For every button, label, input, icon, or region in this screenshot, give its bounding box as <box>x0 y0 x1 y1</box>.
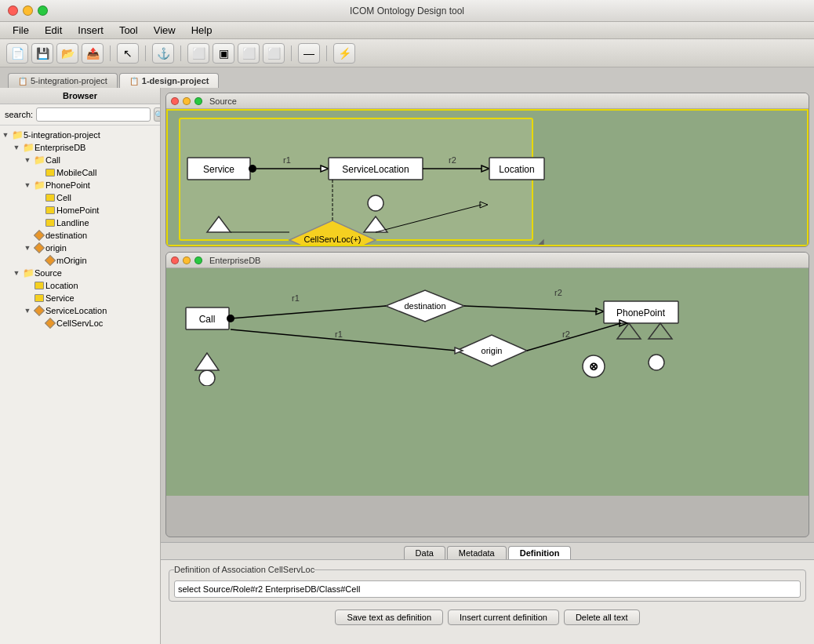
tree-label-integration: 5-integration-project <box>24 130 100 140</box>
tab-data[interactable]: Data <box>404 546 445 559</box>
svg-line-39 <box>231 329 456 351</box>
tree-label-homepoint: HomePoint <box>56 206 99 215</box>
tree-item-origin[interactable]: ▼ origin <box>0 242 160 254</box>
enterprise-max[interactable] <box>194 257 202 264</box>
tree-item-phonepoint[interactable]: ▼ 📁 PhonePoint <box>0 179 160 191</box>
menu-view[interactable]: View <box>147 23 182 38</box>
tree-item-landline[interactable]: Landline <box>0 216 160 229</box>
close-button[interactable] <box>8 5 18 16</box>
export-button[interactable]: 📤 <box>82 43 104 64</box>
toggle-servicelocation[interactable]: ▼ <box>22 307 33 315</box>
search-input[interactable] <box>36 107 151 122</box>
bottom-content: Definition of Association CellServLoc Sa… <box>161 560 814 644</box>
tree-item-morigin[interactable]: mOrigin <box>0 254 160 267</box>
enterprise-title: EnterpriseDB <box>209 256 260 265</box>
menu-edit[interactable]: Edit <box>38 23 68 38</box>
separator-3 <box>180 45 181 61</box>
lightning-tool[interactable]: ⚡ <box>333 43 355 64</box>
rect-tool-2[interactable]: ▣ <box>213 43 234 64</box>
rect-tool-3[interactable]: ⬜ <box>238 43 260 64</box>
save-definition-button[interactable]: Save text as definition <box>335 609 443 625</box>
source-title: Source <box>209 96 237 106</box>
enterprise-svg: Call destination r1 r2 <box>166 268 809 386</box>
tab-integration[interactable]: 📋 5-integration-project <box>8 73 118 88</box>
tree-label-landline: Landline <box>56 218 89 227</box>
tree-item-mobilecall[interactable]: MobileCall <box>0 166 160 179</box>
maximize-button[interactable] <box>38 5 48 16</box>
tab-metadata[interactable]: Metadata <box>447 546 507 559</box>
insert-definition-button[interactable]: Insert current definition <box>448 609 559 625</box>
separator-5 <box>326 45 327 61</box>
tree-item-destination[interactable]: destination <box>0 229 160 242</box>
tree-item-service[interactable]: Service <box>0 292 160 304</box>
svg-text:Call: Call <box>199 314 216 325</box>
tab-integration-label: 5-integration-project <box>31 76 107 86</box>
enterprise-close[interactable] <box>171 257 179 264</box>
source-close[interactable] <box>171 97 179 105</box>
tree-label-cell: Cell <box>56 193 71 202</box>
enterprise-canvas[interactable]: Call destination r1 r2 <box>166 268 809 496</box>
svg-line-32 <box>464 306 598 311</box>
svg-text:r2: r2 <box>449 155 456 165</box>
icon-cell <box>44 192 56 203</box>
svg-marker-58 <box>195 353 219 370</box>
tree-item-integration[interactable]: ▼ 📁 5-integration-project <box>0 129 160 141</box>
tab-design[interactable]: 📋 1-design-project <box>119 73 220 88</box>
toggle-source[interactable]: ▼ <box>11 269 22 277</box>
tab-definition[interactable]: Definition <box>508 546 572 559</box>
tree-item-enterprisedb[interactable]: ▼ 📁 EnterpriseDB <box>0 141 160 154</box>
menu-file[interactable]: File <box>6 23 35 38</box>
open-button[interactable]: 📂 <box>56 43 78 64</box>
folder-icon-phonepoint: 📁 <box>33 180 45 191</box>
minimize-button[interactable] <box>23 5 33 16</box>
menu-help[interactable]: Help <box>185 23 219 38</box>
icon-service <box>33 293 45 304</box>
tab-icon-2: 📋 <box>129 77 139 86</box>
definition-input[interactable] <box>174 580 801 598</box>
tree-item-homepoint[interactable]: HomePoint <box>0 204 160 216</box>
svg-text:⊗: ⊗ <box>589 360 598 373</box>
rect-tool-4[interactable]: ⬜ <box>263 43 285 64</box>
bottom-panel: Data Metadata Definition Definition of A… <box>161 542 814 644</box>
toggle-origin[interactable]: ▼ <box>22 244 33 252</box>
tree-label-phonepoint: PhonePoint <box>45 180 90 190</box>
svg-line-42 <box>527 323 621 351</box>
tree-item-call[interactable]: ▼ 📁 Call <box>0 154 160 166</box>
sidebar-header: Browser <box>0 88 160 104</box>
source-max[interactable] <box>194 97 202 105</box>
separator-2 <box>145 45 146 61</box>
menu-tool[interactable]: Tool <box>113 23 144 38</box>
source-min[interactable] <box>183 97 191 105</box>
svg-point-3 <box>249 165 256 173</box>
definition-group: Definition of Association CellServLoc <box>169 565 806 602</box>
toggle-enterprisedb[interactable]: ▼ <box>11 144 22 151</box>
tree-item-source[interactable]: ▼ 📁 Source <box>0 267 160 279</box>
icon-cellservloc <box>44 318 56 329</box>
tree-item-cellservloc[interactable]: CellServLoc <box>0 317 160 329</box>
toggle-phonepoint[interactable]: ▼ <box>22 181 33 189</box>
toggle-integration[interactable]: ▼ <box>0 131 11 139</box>
tree-item-location[interactable]: Location <box>0 279 160 292</box>
save-button[interactable]: 💾 <box>31 43 53 64</box>
svg-point-9 <box>368 195 383 211</box>
search-button[interactable]: 🔍 <box>154 107 161 122</box>
new-button[interactable]: 📄 <box>6 43 28 64</box>
folder-icon-integration: 📁 <box>11 129 24 140</box>
definition-legend: Definition of Association CellServLoc <box>174 565 314 574</box>
enterprise-min[interactable] <box>183 257 191 264</box>
tree-item-cell[interactable]: Cell <box>0 191 160 204</box>
minus-tool[interactable]: — <box>298 43 320 64</box>
svg-marker-48 <box>649 323 672 339</box>
toggle-call[interactable]: ▼ <box>22 156 33 164</box>
rect-tool-1[interactable]: ⬜ <box>187 43 209 64</box>
anchor-tool[interactable]: ⚓ <box>152 43 174 64</box>
source-canvas[interactable]: Service r1 ServiceLocation <box>166 109 809 246</box>
app-title: ICOM Ontology Design tool <box>350 5 464 16</box>
menu-insert[interactable]: Insert <box>71 23 110 38</box>
icon-location <box>33 280 45 291</box>
bottom-tab-bar: Data Metadata Definition <box>161 543 814 560</box>
tree-item-servicelocation[interactable]: ▼ ServiceLocation <box>0 304 160 317</box>
delete-definition-button[interactable]: Delete all text <box>564 609 640 625</box>
source-svg: Service r1 ServiceLocation <box>168 111 807 246</box>
select-tool[interactable]: ↖ <box>117 43 139 64</box>
